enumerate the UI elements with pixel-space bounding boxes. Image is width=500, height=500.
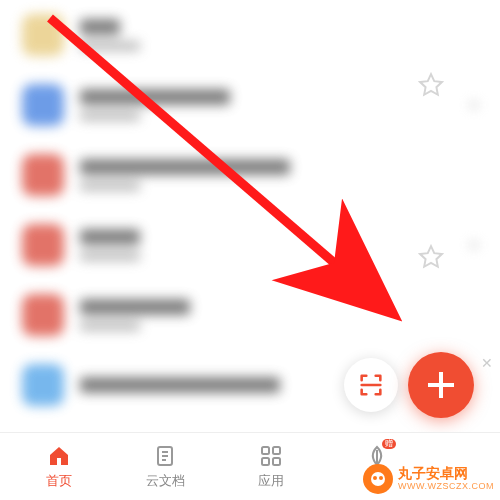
file-title (80, 89, 230, 105)
file-meta (80, 181, 140, 191)
plus-icon (428, 372, 454, 398)
file-title (80, 377, 280, 393)
svg-marker-0 (420, 74, 442, 95)
add-button[interactable] (408, 352, 474, 418)
close-icon[interactable]: ✕ (480, 356, 494, 370)
home-icon (46, 443, 72, 469)
file-meta (80, 251, 140, 261)
file-row[interactable] (0, 140, 500, 210)
file-type-icon (22, 224, 64, 266)
nav-apps[interactable]: 应用 (218, 443, 324, 490)
file-type-icon (22, 84, 64, 126)
file-type-icon (22, 14, 64, 56)
file-title (80, 299, 190, 315)
watermark: 丸子安卓网 WWW.WZSCZX.COM (363, 464, 494, 494)
file-title (80, 159, 290, 175)
nav-home[interactable]: 首页 (6, 443, 112, 490)
file-row[interactable] (0, 0, 500, 70)
nav-label: 云文档 (146, 472, 185, 490)
file-meta (80, 41, 140, 51)
file-title (80, 229, 140, 245)
star-icon[interactable] (418, 72, 444, 98)
nav-label: 应用 (258, 472, 284, 490)
svg-rect-12 (273, 458, 280, 465)
watermark-title: 丸子安卓网 (398, 466, 494, 481)
nav-badge: 赠 (382, 439, 396, 449)
star-icon[interactable] (418, 244, 444, 270)
apps-icon (258, 443, 284, 469)
scan-button[interactable] (344, 358, 398, 412)
file-type-icon (22, 364, 64, 406)
svg-rect-10 (273, 447, 280, 454)
nav-cloud[interactable]: 云文档 (112, 443, 218, 490)
svg-rect-9 (262, 447, 269, 454)
file-type-icon (22, 154, 64, 196)
svg-rect-11 (262, 458, 269, 465)
watermark-url: WWW.WZSCZX.COM (398, 482, 494, 492)
file-meta (80, 321, 140, 331)
file-row[interactable] (0, 280, 500, 350)
svg-marker-1 (420, 246, 442, 267)
document-icon (152, 443, 178, 469)
watermark-logo-icon (363, 464, 393, 494)
file-meta (80, 111, 140, 121)
scan-icon (357, 371, 385, 399)
file-type-icon (22, 294, 64, 336)
nav-label: 首页 (46, 472, 72, 490)
file-title (80, 19, 120, 35)
